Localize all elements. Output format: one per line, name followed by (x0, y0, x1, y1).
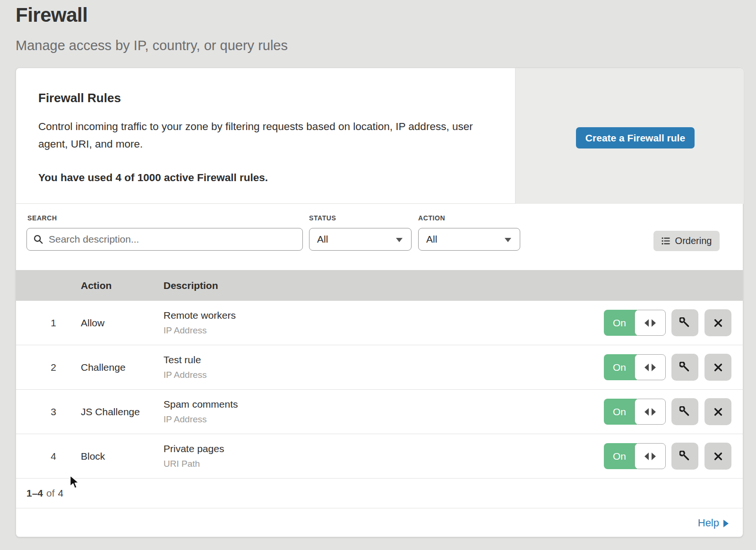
chevron-down-icon (505, 238, 511, 242)
pagination-range: 1–4 (26, 488, 43, 499)
close-icon (713, 407, 723, 417)
rule-enabled-toggle[interactable]: On (604, 354, 666, 380)
toggle-handle[interactable] (635, 310, 666, 336)
mouse-cursor (69, 475, 82, 490)
status-select[interactable]: All (309, 228, 412, 251)
toggle-on-segment: On (604, 354, 637, 380)
rule-description: Test rule (163, 354, 201, 366)
edit-rule-button[interactable] (671, 354, 698, 381)
status-label: STATUS (309, 214, 336, 222)
toggle-handle[interactable] (635, 354, 666, 380)
table-row: 2 Challenge Test rule IP Address On (16, 345, 743, 390)
toggle-on-segment: On (604, 399, 637, 425)
rule-match-type: IP Address (163, 325, 207, 336)
search-input[interactable] (26, 228, 303, 251)
arrow-left-icon (644, 364, 649, 371)
wrench-icon (679, 406, 691, 418)
chevron-down-icon (396, 238, 403, 242)
column-header-description: Description (163, 280, 218, 291)
wrench-icon (679, 317, 691, 329)
action-label: ACTION (418, 214, 445, 222)
ordered-list-icon (662, 236, 670, 245)
rule-match-type: IP Address (163, 370, 207, 380)
arrow-right-icon (652, 453, 656, 460)
wrench-icon (679, 451, 691, 462)
arrow-left-icon (644, 408, 649, 416)
ordering-button[interactable]: Ordering (653, 231, 720, 251)
edit-rule-button[interactable] (671, 309, 698, 336)
delete-rule-button[interactable] (704, 443, 731, 470)
create-rule-panel: Create a Firewall rule (515, 68, 744, 204)
table-header: Action Description (16, 270, 743, 301)
close-icon (713, 451, 723, 462)
arrow-right-icon (652, 319, 656, 327)
rule-match-type: IP Address (163, 414, 207, 425)
search-label: SEARCH (27, 214, 57, 222)
delete-rule-button[interactable] (704, 354, 731, 381)
create-firewall-rule-button[interactable]: Create a Firewall rule (576, 127, 695, 148)
toggle-handle[interactable] (635, 399, 666, 425)
status-select-value: All (317, 234, 328, 245)
arrow-right-icon (652, 408, 656, 416)
arrow-right-icon (652, 364, 656, 371)
firewall-page: Firewall Manage access by IP, country, o… (0, 0, 756, 550)
rules-summary-section: Firewall Rules Control incoming traffic … (16, 68, 743, 204)
pagination-total: 4 (58, 488, 64, 499)
rules-heading: Firewall Rules (38, 91, 511, 105)
rule-priority: 3 (46, 406, 60, 418)
arrow-right-icon (723, 520, 729, 527)
rule-enabled-toggle[interactable]: On (604, 310, 666, 336)
toggle-on-segment: On (604, 310, 637, 336)
rule-action: Allow (81, 317, 104, 329)
arrow-left-icon (644, 453, 649, 460)
search-field-wrap (26, 228, 303, 251)
help-link-label: Help (698, 517, 719, 529)
edit-rule-button[interactable] (671, 443, 698, 470)
rules-table-body: 1 Allow Remote workers IP Address On (16, 301, 743, 479)
rules-usage-note: You have used 4 of 1000 active Firewall … (38, 172, 511, 184)
delete-rule-button[interactable] (704, 398, 731, 425)
rule-match-type: URI Path (163, 459, 200, 469)
ordering-button-label: Ordering (675, 236, 712, 246)
rule-priority: 4 (46, 451, 60, 462)
wrench-icon (679, 362, 691, 373)
delete-rule-button[interactable] (704, 309, 731, 336)
rule-enabled-toggle[interactable]: On (604, 443, 666, 469)
rule-action: Block (81, 451, 105, 462)
table-row: 3 JS Challenge Spam comments IP Address … (16, 390, 743, 434)
pagination-status: 1–4 of 4 (16, 479, 743, 508)
rule-description: Remote workers (163, 310, 236, 321)
edit-rule-button[interactable] (671, 398, 698, 425)
close-icon (713, 362, 723, 373)
rules-summary-text: Firewall Rules Control incoming traffic … (38, 91, 511, 184)
table-row: 1 Allow Remote workers IP Address On (16, 301, 743, 345)
rule-priority: 2 (46, 362, 60, 373)
rule-enabled-toggle[interactable]: On (604, 399, 666, 425)
filters-bar: SEARCH STATUS All ACTION All (16, 204, 743, 270)
rule-action: Challenge (81, 362, 126, 373)
arrow-left-icon (644, 319, 649, 327)
rules-description: Control incoming traffic to your zone by… (38, 118, 487, 153)
rule-action: JS Challenge (81, 406, 140, 418)
close-icon (713, 318, 723, 328)
column-header-action: Action (81, 280, 112, 291)
table-row: 4 Block Private pages URI Path On (16, 434, 743, 479)
toggle-on-segment: On (604, 443, 637, 469)
firewall-rules-card: Firewall Rules Control incoming traffic … (16, 68, 743, 537)
rule-priority: 1 (46, 317, 60, 329)
rule-description: Private pages (163, 443, 224, 454)
action-select[interactable]: All (418, 228, 520, 251)
page-title: Firewall (16, 4, 87, 26)
search-icon (33, 234, 43, 244)
action-select-value: All (426, 234, 437, 245)
card-footer: Help (16, 508, 743, 538)
pagination-of-label: of (46, 488, 55, 499)
rule-description: Spam comments (163, 399, 238, 410)
page-subtitle: Manage access by IP, country, or query r… (16, 38, 288, 53)
help-link[interactable]: Help (698, 517, 729, 529)
toggle-handle[interactable] (635, 443, 666, 469)
